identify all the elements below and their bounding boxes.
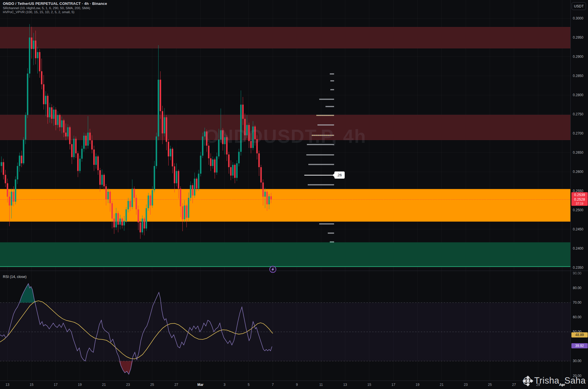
- zone-support-green: [0, 242, 571, 267]
- time-axis-label: 15: [30, 383, 33, 387]
- rsi-ma-value-label: 48.89: [571, 332, 588, 337]
- price-axis-label: 0.2950: [572, 35, 588, 40]
- time-axis-label: 15: [367, 383, 371, 387]
- time-axis-label: Mar: [197, 383, 203, 387]
- time-axis-label: 23: [464, 383, 467, 387]
- symbol-watermark: ONDOUSDT.P, 4h: [0, 125, 571, 147]
- price-axis-label: 0.2600: [572, 170, 588, 174]
- time-axis-label: 13: [343, 383, 347, 387]
- time-axis-label: 25: [488, 383, 492, 387]
- time-axis-label: 19: [78, 383, 82, 387]
- time-axis-label: 21: [440, 383, 443, 387]
- rsi-axis-label: 30.00: [572, 359, 588, 363]
- zone-support-orange: [0, 189, 571, 222]
- price-axis-label: 0.2850: [572, 74, 588, 78]
- time-axis-label: 17: [391, 383, 395, 387]
- price-axis-label: 0.2900: [572, 55, 588, 59]
- price-axis-label: 0.2700: [572, 131, 588, 135]
- time-axis-label: 3: [224, 383, 226, 387]
- rsi-axis-label: 60.00: [572, 315, 588, 319]
- price-axis-label: 0.2400: [572, 246, 588, 250]
- indicator-srchannel[interactable]: SRchannel (10, High/Low, 5, 1, 6, 290, 5…: [3, 6, 107, 10]
- poc-level-tag[interactable]: .26: [334, 171, 345, 179]
- time-axis-label: 5: [248, 383, 250, 387]
- zone-resistance-upper: [0, 27, 571, 48]
- rsi-indicator-label[interactable]: RSI (14, close): [3, 275, 27, 279]
- time-axis-label: 21: [102, 383, 106, 387]
- chart-legend: ONDO / TetherUS PERPETUAL CONTRACT · 4h …: [3, 1, 107, 14]
- chart-canvas[interactable]: [0, 0, 588, 389]
- rsi-value-label: 39.92: [571, 343, 588, 348]
- time-axis-label: 27: [512, 383, 516, 387]
- time-axis-label: 13: [5, 383, 9, 387]
- attribution: @ Trisha_Saha: [522, 376, 586, 386]
- last-price-value: 0.2528: [571, 198, 588, 202]
- rsi-axis-label: 70.00: [572, 301, 588, 305]
- time-axis-label: 11: [319, 383, 323, 387]
- chart-title[interactable]: ONDO / TetherUS PERPETUAL CONTRACT · 4h …: [3, 1, 107, 6]
- time-axis-label: 27: [174, 383, 178, 387]
- indicator-hvpoc[interactable]: HVPoC_VPVR (100, 15, 15, 1D, 2, 5, 2, sm…: [3, 10, 107, 14]
- rsi-axis-label: 90.00: [572, 271, 588, 275]
- currency-toggle-button[interactable]: USDT: [572, 2, 586, 10]
- bar-countdown: 37:19: [571, 202, 588, 205]
- rsi-axis-label: 80.00: [572, 286, 588, 290]
- price-axis-label: 0.2450: [572, 227, 588, 231]
- binance-logo-icon: [522, 376, 533, 386]
- time-axis-label: 17: [54, 383, 58, 387]
- price-axis-label: 0.3000: [572, 16, 588, 20]
- last-price-label: 0.2528 37:19: [571, 197, 588, 206]
- time-axis-label: 19: [416, 383, 419, 387]
- price-axis-label: 0.2350: [572, 266, 588, 270]
- trading-chart-app: ONDOUSDT.P, 4h ONDO / TetherUS PERPETUAL…: [0, 0, 588, 389]
- price-axis-label: 0.2800: [572, 93, 588, 97]
- poc-price-label: 0.2539: [571, 192, 588, 198]
- price-axis-label: 0.2500: [572, 208, 588, 212]
- time-axis-label: 23: [126, 383, 130, 387]
- price-axis-label: 0.2650: [572, 151, 588, 155]
- time-axis-label: 25: [150, 383, 154, 387]
- time-axis-label: 7: [272, 383, 274, 387]
- time-axis-label: 9: [296, 383, 298, 387]
- price-axis-label: 0.2750: [572, 112, 588, 116]
